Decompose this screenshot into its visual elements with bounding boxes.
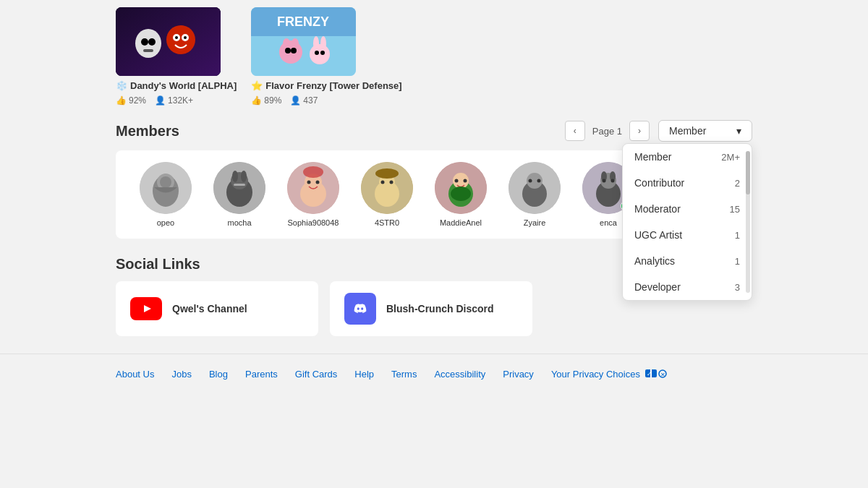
footer-link-privacy-choices[interactable]: Your Privacy Choices ✓ ✕ [551,369,667,380]
game-thumbnail-flavor: FRENZY [251,7,356,76]
list-item[interactable]: opeo [133,162,198,227]
svg-point-56 [537,179,541,183]
svg-text:✓: ✓ [647,371,652,377]
next-page-button[interactable]: › [629,121,650,141]
flavor-icon: ⭐ [251,80,263,91]
dropdown-item-ugc-artist[interactable]: UGC Artist 1 [623,222,752,248]
dropdown-count-analytics: 1 [735,256,740,267]
svg-point-6 [166,25,195,54]
member-name: Zyaire [524,218,546,227]
svg-point-19 [310,44,330,64]
dropdown-scrollbar[interactable] [746,151,750,293]
svg-point-38 [307,181,311,184]
flavor-title: ⭐ Flavor Frenzy [Tower Defense] [251,80,401,91]
player-icon-2: 👤 [290,95,301,106]
avatar [509,162,561,214]
discord-icon [344,293,376,325]
dropdown-item-moderator[interactable]: Moderator 15 [623,196,752,222]
avatar [213,162,265,214]
list-item[interactable]: 4STR0 [354,162,420,227]
svg-point-32 [241,171,247,182]
games-section: ❄️ Dandy's World [ALPHA] 👍 92% 👤 132K+ [116,0,752,106]
dropdown-option-moderator: Moderator [634,203,681,215]
page-label: Page 1 [592,126,622,137]
footer-link-giftcards[interactable]: Gift Cards [295,369,338,380]
svg-rect-33 [234,184,245,186]
members-header: Members ‹ Page 1 › Member ▾ [116,120,752,142]
svg-point-14 [279,40,302,64]
game-thumbnail-dandy [116,7,221,76]
chevron-left-icon: ‹ [574,126,576,136]
dandy-title: ❄️ Dandy's World [ALPHA] [116,80,237,91]
flavor-likes: 👍 89% [251,95,281,106]
discord-link-card[interactable]: Blush-Crunch Discord [330,281,532,336]
svg-point-37 [303,166,323,178]
dandy-likes: 👍 92% [116,95,146,106]
dandy-icon: ❄️ [116,80,127,91]
dropdown-option-contributor: Contributor [634,177,684,189]
footer-link-accessibility[interactable]: Accessibility [434,369,485,380]
dandy-thumb-art [116,7,221,76]
dropdown-item-contributor[interactable]: Contributor 2 [623,170,752,196]
flavor-players: 👤 437 [290,95,318,106]
dropdown-item-member[interactable]: Member 2M+ [623,144,752,170]
dropdown-item-analytics[interactable]: Analytics 1 [623,248,752,274]
dropdown-count-moderator: 15 [730,204,740,215]
svg-point-43 [375,168,399,179]
member-name: mocha [227,218,251,227]
svg-point-2 [135,29,161,58]
footer-link-about[interactable]: About Us [116,369,154,380]
footer-link-jobs[interactable]: Jobs [171,369,191,380]
dropdown-option-developer: Developer [634,281,681,293]
svg-point-10 [184,36,187,39]
svg-point-3 [141,38,148,46]
dropdown-option-analytics: Analytics [634,255,675,267]
svg-point-17 [285,48,291,53]
dandy-stats: 👍 92% 👤 132K+ [116,95,237,106]
svg-point-62 [603,179,606,183]
svg-point-20 [313,36,319,51]
svg-point-49 [455,179,459,183]
game-card-dandy[interactable]: ❄️ Dandy's World [ALPHA] 👍 92% 👤 132K+ [116,7,237,106]
svg-point-22 [315,51,319,55]
list-item[interactable]: mocha [207,162,272,227]
dropdown-count-developer: 3 [735,282,740,293]
svg-point-27 [160,176,171,188]
svg-point-18 [291,48,297,53]
avatar [287,162,339,214]
chevron-right-icon: › [638,126,641,136]
dropdown-option-member: Member [634,151,671,163]
game-card-flavor[interactable]: FRENZY [251,7,401,106]
footer-link-blog[interactable]: Blog [209,369,228,380]
member-name: MaddieAnel [440,218,482,227]
dropdown-option-ugc-artist: UGC Artist [634,229,682,241]
svg-point-9 [175,36,178,39]
member-name: opeo [157,218,174,227]
list-item[interactable]: Sophia908048 [281,162,346,227]
member-name: enca [600,218,617,227]
member-name: 4STR0 [375,218,399,227]
members-title: Members [116,123,179,140]
svg-point-51 [451,187,471,201]
footer-link-help[interactable]: Help [354,369,374,380]
svg-point-45 [390,181,393,184]
avatar [361,162,413,214]
footer-link-privacy[interactable]: Privacy [503,369,534,380]
chevron-down-icon: ▾ [736,125,741,137]
svg-point-39 [316,181,320,184]
member-role-dropdown[interactable]: Member ▾ Member 2M+ Contributor 2 [658,120,752,142]
avatar [435,162,487,214]
footer-link-terms[interactable]: Terms [391,369,417,380]
dropdown-item-developer[interactable]: Developer 3 [623,274,752,300]
footer-link-parents[interactable]: Parents [245,369,278,380]
dropdown-trigger[interactable]: Member ▾ [658,120,752,142]
svg-rect-5 [143,49,153,52]
pagination: ‹ Page 1 › [565,121,650,141]
prev-page-button[interactable]: ‹ [565,121,585,141]
dropdown-menu: Member 2M+ Contributor 2 Moderator 15 [622,143,752,301]
svg-point-44 [381,181,385,184]
list-item[interactable]: MaddieAnel [428,162,493,227]
youtube-link-card[interactable]: Qwel's Channel [116,281,318,336]
scroll-thumb [746,151,750,194]
list-item[interactable]: Zyaire [502,162,567,227]
